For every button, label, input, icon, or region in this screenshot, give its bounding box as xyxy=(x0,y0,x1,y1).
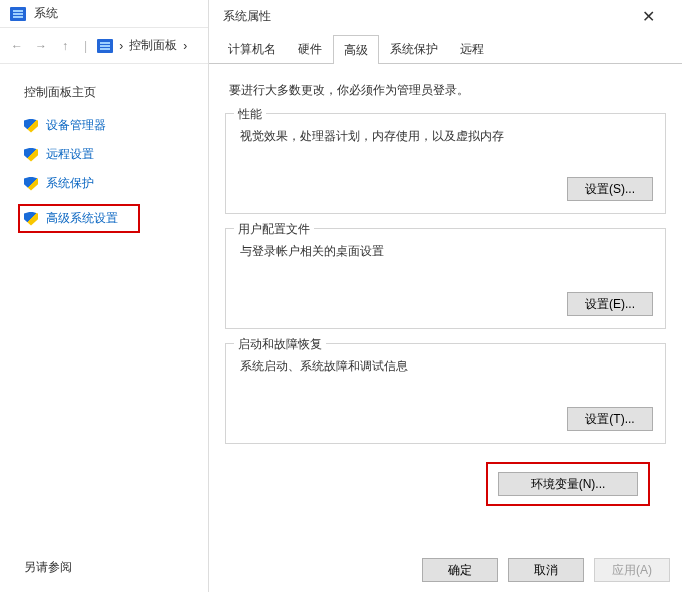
tab-computer-name[interactable]: 计算机名 xyxy=(217,34,287,63)
sidebar-item-label: 远程设置 xyxy=(46,146,94,163)
environment-variables-button[interactable]: 环境变量(N)... xyxy=(498,472,638,496)
ok-button[interactable]: 确定 xyxy=(422,558,498,582)
group-user-profiles: 用户配置文件 与登录帐户相关的桌面设置 设置(E)... xyxy=(225,228,666,329)
sidebar-item-advanced-system-settings[interactable]: 高级系统设置 xyxy=(18,204,140,233)
group-performance: 性能 视觉效果，处理器计划，内存使用，以及虚拟内存 设置(S)... xyxy=(225,113,666,214)
apply-button[interactable]: 应用(A) xyxy=(594,558,670,582)
close-icon[interactable]: ✕ xyxy=(628,2,668,30)
intro-text: 要进行大多数更改，你必须作为管理员登录。 xyxy=(229,82,666,99)
sidebar-item-remote-settings[interactable]: 远程设置 xyxy=(24,146,182,163)
group-legend: 启动和故障恢复 xyxy=(234,336,326,353)
group-desc: 视觉效果，处理器计划，内存使用，以及虚拟内存 xyxy=(240,128,653,145)
group-legend: 用户配置文件 xyxy=(234,221,314,238)
bg-title: 系统 xyxy=(34,5,58,22)
shield-icon xyxy=(24,148,38,162)
sidebar-item-label: 设备管理器 xyxy=(46,117,106,134)
shield-icon xyxy=(24,119,38,133)
chevron-right-icon: › xyxy=(183,39,187,53)
nav-back-icon[interactable]: ← xyxy=(8,37,26,55)
shield-icon xyxy=(24,177,38,191)
cancel-button[interactable]: 取消 xyxy=(508,558,584,582)
sidebar: 控制面板主页 设备管理器 远程设置 系统保护 高级系统设置 xyxy=(0,64,200,245)
group-startup-recovery: 启动和故障恢复 系统启动、系统故障和调试信息 设置(T)... xyxy=(225,343,666,444)
sidebar-item-label: 系统保护 xyxy=(46,175,94,192)
env-row: 环境变量(N)... xyxy=(225,458,666,506)
sidebar-item-label: 高级系统设置 xyxy=(46,210,118,227)
tab-hardware[interactable]: 硬件 xyxy=(287,34,333,63)
breadcrumb-label: 控制面板 xyxy=(129,37,177,54)
group-desc: 系统启动、系统故障和调试信息 xyxy=(240,358,653,375)
tab-system-protection[interactable]: 系统保护 xyxy=(379,34,449,63)
tab-advanced[interactable]: 高级 xyxy=(333,35,379,64)
dialog-titlebar: 系统属性 ✕ xyxy=(209,0,682,32)
sidebar-item-device-manager[interactable]: 设备管理器 xyxy=(24,117,182,134)
sidebar-also-see: 另请参阅 xyxy=(24,559,72,576)
sidebar-home[interactable]: 控制面板主页 xyxy=(24,84,182,101)
env-highlight-box: 环境变量(N)... xyxy=(486,462,650,506)
system-properties-dialog: 系统属性 ✕ 计算机名 硬件 高级 系统保护 远程 要进行大多数更改，你必须作为… xyxy=(208,0,682,592)
sidebar-item-system-protection[interactable]: 系统保护 xyxy=(24,175,182,192)
tab-remote[interactable]: 远程 xyxy=(449,34,495,63)
breadcrumb[interactable]: › 控制面板 › xyxy=(97,37,187,54)
chevron-right-icon: › xyxy=(119,39,123,53)
group-legend: 性能 xyxy=(234,106,266,123)
dialog-body: 要进行大多数更改，你必须作为管理员登录。 性能 视觉效果，处理器计划，内存使用，… xyxy=(209,64,682,506)
shield-icon xyxy=(24,212,38,226)
dialog-title: 系统属性 xyxy=(223,8,271,25)
control-panel-icon xyxy=(97,39,113,53)
settings-button-profiles[interactable]: 设置(E)... xyxy=(567,292,653,316)
group-desc: 与登录帐户相关的桌面设置 xyxy=(240,243,653,260)
settings-button-startup[interactable]: 设置(T)... xyxy=(567,407,653,431)
nav-up-icon[interactable]: ↑ xyxy=(56,37,74,55)
nav-separator: | xyxy=(84,39,87,53)
tab-strip: 计算机名 硬件 高级 系统保护 远程 xyxy=(209,34,682,64)
system-icon xyxy=(10,7,26,21)
nav-forward-icon[interactable]: → xyxy=(32,37,50,55)
dialog-footer: 确定 取消 应用(A) xyxy=(422,558,670,582)
settings-button-performance[interactable]: 设置(S)... xyxy=(567,177,653,201)
